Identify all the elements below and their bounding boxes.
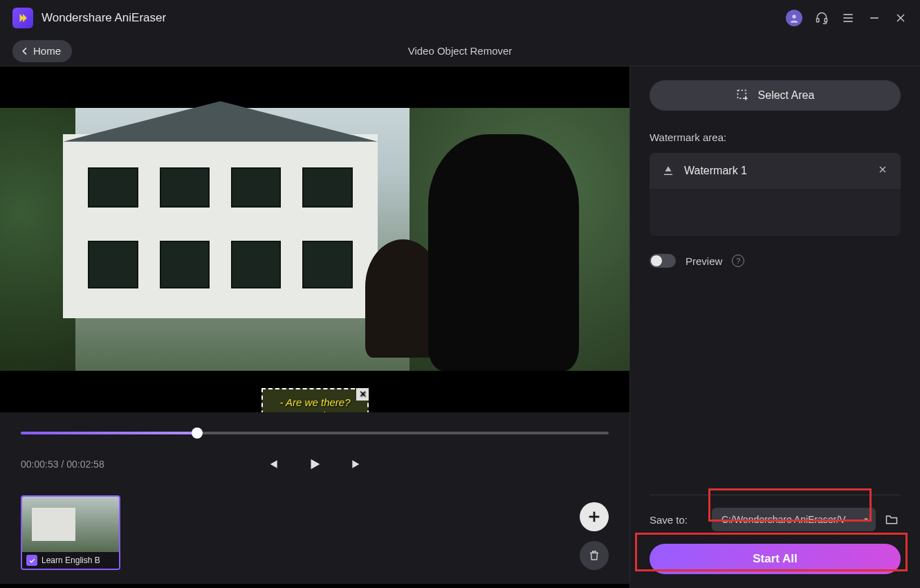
clip-name: Learn English B <box>42 555 100 565</box>
content-area: ✕ - Are we there? - Yeah. 00:00:53 / 00:… <box>0 66 920 588</box>
seek-fill <box>21 432 197 434</box>
side-divider <box>650 495 901 495</box>
start-all-label: Start All <box>753 552 798 566</box>
clips-row: Learn English B <box>0 481 629 584</box>
clip-checkbox[interactable] <box>26 555 37 566</box>
watermark-list-empty <box>650 189 901 236</box>
svg-rect-1 <box>817 19 819 22</box>
side-panel: Select Area Watermark area: Watermark 1 … <box>629 66 920 588</box>
support-headset-icon[interactable] <box>815 11 829 25</box>
save-path-dropdown[interactable]: C:/Wondershare AniEraser/V <box>712 508 876 531</box>
clip-image <box>22 497 119 552</box>
clip-actions <box>580 502 609 570</box>
watermark-area-label: Watermark area: <box>650 131 901 143</box>
svg-point-0 <box>792 15 795 18</box>
time-display: 00:00:53 / 00:02:58 <box>21 459 104 470</box>
caret-down-icon <box>862 515 870 524</box>
playback-row: 00:00:53 / 00:02:58 <box>21 454 609 475</box>
app-title: Wondershare AniEraser <box>42 11 166 25</box>
subheader: Home Video Object Remover <box>0 36 920 66</box>
titlebar: Wondershare AniEraser <box>0 0 920 36</box>
skip-previous-icon <box>266 457 279 471</box>
add-clip-button[interactable] <box>580 502 609 531</box>
clip-thumbnail[interactable]: Learn English B <box>21 495 120 570</box>
play-button[interactable] <box>307 457 322 472</box>
home-label: Home <box>33 45 61 57</box>
watermark-selection-box[interactable]: ✕ - Are we there? - Yeah. <box>261 388 369 412</box>
subtitle-line-2: - Yeah. <box>299 409 331 412</box>
check-icon <box>28 557 36 564</box>
start-all-button[interactable]: Start All <box>650 544 901 574</box>
watermark-item[interactable]: Watermark 1 <box>650 153 901 189</box>
save-to-label: Save to: <box>650 514 705 526</box>
video-scene <box>0 108 629 371</box>
window-close-button[interactable] <box>894 11 908 25</box>
save-path-text: C:/Wondershare AniEraser/V <box>721 514 858 525</box>
save-row: Save to: C:/Wondershare AniEraser/V <box>650 508 901 531</box>
select-area-icon <box>736 89 750 102</box>
watermark-icon <box>662 165 674 177</box>
watermark-remove-button[interactable] <box>877 164 888 178</box>
page-title: Video Object Remover <box>408 45 513 57</box>
svg-rect-2 <box>825 19 827 22</box>
skip-next-icon <box>350 457 364 471</box>
subtitle-line-1: - Are we there? <box>280 396 351 410</box>
select-area-label: Select Area <box>758 89 815 102</box>
preview-toggle[interactable] <box>650 254 676 268</box>
folder-icon <box>885 513 899 526</box>
selection-close-icon[interactable]: ✕ <box>356 388 369 401</box>
browse-folder-button[interactable] <box>883 511 901 529</box>
seek-bar[interactable] <box>21 426 609 440</box>
svg-rect-11 <box>737 91 746 99</box>
titlebar-left: Wondershare AniEraser <box>12 8 166 28</box>
play-icon <box>307 457 322 472</box>
titlebar-right <box>786 10 908 26</box>
select-area-button[interactable]: Select Area <box>650 80 901 111</box>
seek-thumb[interactable] <box>192 428 203 439</box>
preview-label: Preview <box>686 255 722 267</box>
playback-controls: 00:00:53 / 00:02:58 <box>0 412 629 481</box>
video-preview[interactable]: ✕ - Are we there? - Yeah. <box>0 66 629 412</box>
menu-icon[interactable] <box>841 11 855 25</box>
delete-clip-button[interactable] <box>580 541 609 570</box>
clip-label-row: Learn English B <box>22 552 119 569</box>
preview-help-icon[interactable]: ? <box>732 255 744 267</box>
next-button[interactable] <box>350 457 364 471</box>
plus-icon <box>587 509 602 524</box>
home-button[interactable]: Home <box>12 40 72 62</box>
chevron-left-icon <box>19 46 30 57</box>
watermark-name: Watermark 1 <box>684 165 747 177</box>
user-avatar-icon[interactable] <box>786 10 802 26</box>
transport-controls <box>266 457 364 472</box>
watermark-list: Watermark 1 <box>650 153 901 236</box>
previous-button[interactable] <box>266 457 279 471</box>
app-logo-icon <box>12 8 33 28</box>
main-panel: ✕ - Are we there? - Yeah. 00:00:53 / 00:… <box>0 66 629 588</box>
preview-row: Preview ? <box>650 254 901 268</box>
window-minimize-button[interactable] <box>867 11 881 25</box>
close-icon <box>877 164 888 175</box>
trash-icon <box>588 549 600 562</box>
